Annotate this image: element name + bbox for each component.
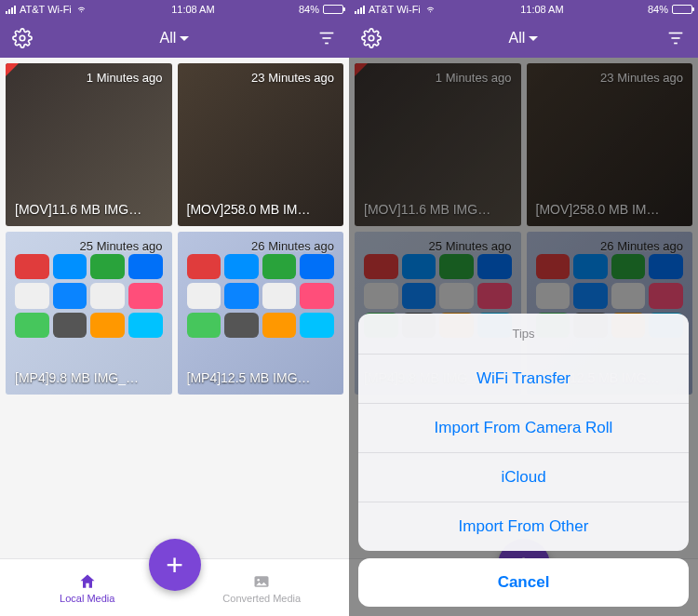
screenshot-right: AT&T Wi-Fi 11:08 AM 84% All 1 Minutes ag… — [349, 0, 698, 616]
media-item: 23 Minutes ago [MOV]258.0 MB IM… — [527, 63, 693, 226]
chevron-down-icon — [529, 36, 538, 41]
media-timestamp: 23 Minutes ago — [600, 71, 683, 85]
media-item[interactable]: 25 Minutes ago [MP4]9.8 MB IMG_… — [6, 232, 172, 395]
status-time: 11:08 AM — [171, 4, 214, 15]
sheet-option-import-other[interactable]: Import From Other — [358, 502, 689, 551]
media-timestamp: 1 Minutes ago — [87, 71, 163, 85]
media-label: [MOV]11.6 MB IMG… — [15, 202, 165, 217]
new-indicator-icon — [6, 63, 19, 76]
battery-percent: 84% — [299, 4, 319, 15]
gear-icon — [361, 28, 382, 48]
media-label: [MOV]11.6 MB IMG… — [364, 202, 514, 217]
filter-icon — [665, 28, 686, 48]
chevron-down-icon — [180, 36, 189, 41]
media-label: [MP4]9.8 MB IMG_… — [15, 370, 165, 385]
media-label: [MOV]258.0 MB IM… — [187, 202, 337, 217]
screenshot-thumbnail — [187, 254, 335, 367]
media-item[interactable]: 23 Minutes ago [MOV]258.0 MB IM… — [178, 63, 344, 226]
add-button[interactable]: + — [149, 539, 201, 591]
battery-percent: 84% — [648, 4, 668, 15]
action-sheet-title: Tips — [358, 314, 689, 355]
media-item[interactable]: 26 Minutes ago [MP4]12.5 MB IMG… — [178, 232, 344, 395]
sheet-option-camera-roll[interactable]: Import From Camera Roll — [358, 404, 689, 453]
screenshot-left: AT&T Wi-Fi 11:08 AM 84% All 1 Minutes ag… — [0, 0, 349, 616]
sheet-option-icloud[interactable]: iCloud — [358, 453, 689, 502]
signal-icon — [6, 5, 16, 14]
gear-icon — [12, 28, 33, 48]
app-header: All — [349, 19, 698, 58]
wifi-icon — [424, 5, 436, 14]
svg-point-5 — [258, 579, 261, 582]
media-item[interactable]: 1 Minutes ago [MOV]11.6 MB IMG… — [6, 63, 172, 226]
home-icon — [78, 572, 97, 591]
media-timestamp: 26 Minutes ago — [251, 239, 334, 253]
media-timestamp: 26 Minutes ago — [600, 239, 683, 253]
filter-icon — [316, 28, 337, 48]
media-label: [MP4]12.5 MB IMG… — [187, 370, 337, 385]
tab-label: Local Media — [60, 593, 114, 604]
status-bar: AT&T Wi-Fi 11:08 AM 84% — [349, 0, 698, 19]
status-bar: AT&T Wi-Fi 11:08 AM 84% — [0, 0, 349, 19]
app-header: All — [0, 19, 349, 58]
media-timestamp: 23 Minutes ago — [251, 71, 334, 85]
tab-bar: Local Media + Converted Media — [0, 558, 349, 616]
media-timestamp: 25 Minutes ago — [80, 239, 163, 253]
new-indicator-icon — [355, 63, 368, 76]
header-title: All — [509, 30, 526, 47]
media-timestamp: 1 Minutes ago — [436, 71, 512, 85]
plus-icon: + — [166, 548, 183, 583]
tab-local-media[interactable]: Local Media — [36, 572, 139, 604]
screenshot-thumbnail — [15, 254, 163, 367]
status-time: 11:08 AM — [520, 4, 563, 15]
media-grid: 1 Minutes ago [MOV]11.6 MB IMG… 23 Minut… — [0, 58, 349, 558]
tab-label: Converted Media — [222, 593, 301, 604]
header-title: All — [160, 30, 177, 47]
sheet-option-wifi-transfer[interactable]: WiFi Transfer — [358, 355, 689, 404]
image-icon — [252, 572, 271, 591]
wifi-icon — [75, 5, 87, 14]
carrier-label: AT&T Wi-Fi — [20, 4, 72, 15]
media-label: [MOV]258.0 MB IM… — [536, 202, 686, 217]
media-item: 1 Minutes ago [MOV]11.6 MB IMG… — [355, 63, 521, 226]
svg-point-0 — [20, 35, 25, 41]
carrier-label: AT&T Wi-Fi — [369, 4, 421, 15]
settings-button[interactable] — [360, 27, 383, 49]
header-filter-dropdown[interactable]: All — [160, 30, 190, 47]
tab-converted-media[interactable]: Converted Media — [210, 572, 313, 604]
svg-point-6 — [369, 35, 374, 41]
signal-icon — [355, 5, 365, 14]
battery-icon — [672, 5, 692, 14]
action-sheet: Tips WiFi Transfer Import From Camera Ro… — [358, 314, 689, 607]
settings-button[interactable] — [11, 27, 34, 49]
filter-button[interactable] — [315, 27, 338, 49]
media-timestamp: 25 Minutes ago — [429, 239, 512, 253]
sheet-cancel-button[interactable]: Cancel — [358, 558, 689, 607]
battery-icon — [323, 5, 343, 14]
filter-button[interactable] — [664, 27, 687, 49]
header-filter-dropdown[interactable]: All — [509, 30, 539, 47]
